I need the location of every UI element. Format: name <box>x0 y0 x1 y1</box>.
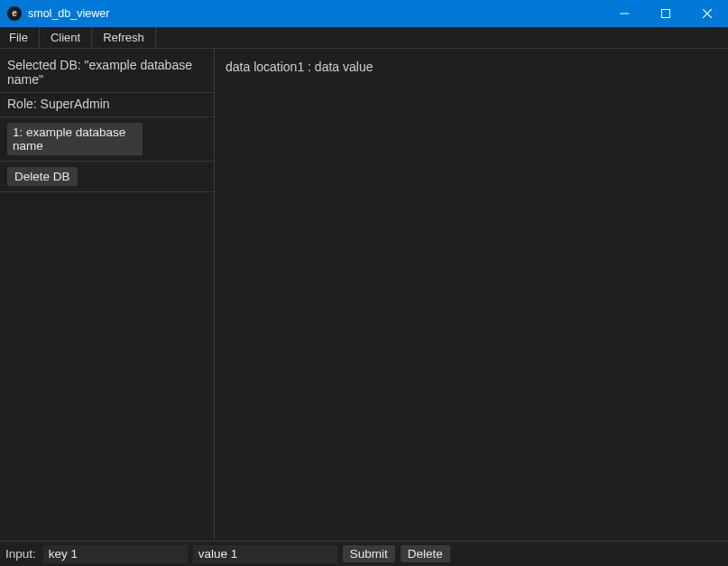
content-area: Selected DB: "example database name" Rol… <box>0 49 728 541</box>
key-input[interactable] <box>43 545 188 563</box>
menu-file[interactable]: File <box>0 27 40 48</box>
main-pane: data location1 : data value <box>215 49 728 541</box>
svg-rect-1 <box>662 10 670 18</box>
window-title: smol_db_viewer <box>28 7 109 20</box>
app-icon: e <box>7 6 22 21</box>
titlebar: e smol_db_viewer <box>0 0 728 27</box>
menubar: File Client Refresh <box>0 27 728 49</box>
menu-refresh[interactable]: Refresh <box>92 27 156 48</box>
submit-button[interactable]: Submit <box>343 545 395 562</box>
menu-client[interactable]: Client <box>40 27 92 48</box>
sidebar: Selected DB: "example database name" Rol… <box>0 49 215 541</box>
bottom-bar: Input: Submit Delete <box>0 541 728 566</box>
app-icon-letter: e <box>12 9 17 18</box>
close-icon <box>703 9 712 18</box>
db-list-row: 1: example database name <box>0 117 214 162</box>
role-label: Role: SuperAdmin <box>0 93 214 117</box>
value-input[interactable] <box>193 545 337 563</box>
close-button[interactable] <box>687 0 728 27</box>
delete-db-button[interactable]: Delete DB <box>7 167 78 186</box>
selected-db-label: Selected DB: "example database name" <box>0 54 214 93</box>
minimize-button[interactable] <box>604 0 645 27</box>
delete-button[interactable]: Delete <box>401 545 450 562</box>
maximize-button[interactable] <box>645 0 687 27</box>
maximize-icon <box>661 9 670 18</box>
delete-db-row: Delete DB <box>0 162 214 192</box>
minimize-icon <box>620 9 629 18</box>
input-label: Input: <box>5 547 38 561</box>
db-list-item[interactable]: 1: example database name <box>7 123 143 155</box>
data-entry-line: data location1 : data value <box>226 60 717 74</box>
